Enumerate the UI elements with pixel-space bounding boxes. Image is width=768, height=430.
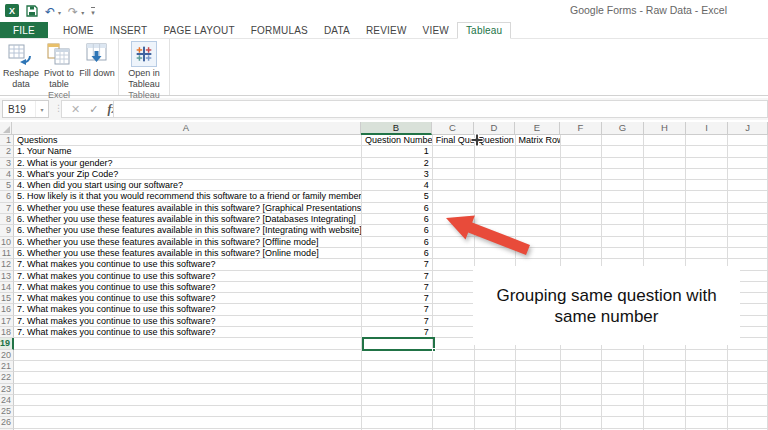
cell-B16[interactable]: 7 bbox=[362, 304, 433, 315]
cell-C17[interactable] bbox=[433, 316, 475, 327]
cell-E7[interactable] bbox=[516, 203, 561, 214]
cell-J9[interactable] bbox=[728, 225, 768, 236]
cell-I21[interactable] bbox=[686, 361, 728, 372]
customize-qat-icon[interactable]: ▾ bbox=[91, 7, 95, 17]
cell-B1[interactable]: Question Number bbox=[362, 135, 433, 146]
cell-C22[interactable] bbox=[433, 372, 475, 383]
formula-input[interactable] bbox=[113, 100, 768, 118]
cell-D7[interactable] bbox=[475, 203, 516, 214]
cell-H25[interactable] bbox=[644, 406, 686, 417]
cell-E2[interactable] bbox=[516, 146, 561, 157]
row-header-21[interactable]: 21 bbox=[0, 361, 14, 372]
cell-F23[interactable] bbox=[561, 384, 603, 395]
cell-D25[interactable] bbox=[475, 406, 516, 417]
cell-B11[interactable]: 6 bbox=[362, 248, 433, 259]
cell-C10[interactable] bbox=[433, 237, 475, 248]
cell-F9[interactable] bbox=[561, 225, 603, 236]
fill-down-button[interactable]: Fill down bbox=[78, 40, 116, 79]
cell-I5[interactable] bbox=[686, 180, 728, 191]
row-header-15[interactable]: 15 bbox=[0, 293, 14, 304]
cell-C15[interactable] bbox=[433, 293, 475, 304]
cell-A17[interactable]: 7. What makes you continue to use this s… bbox=[14, 316, 362, 327]
cell-I23[interactable] bbox=[686, 384, 728, 395]
cell-A13[interactable]: 7. What makes you continue to use this s… bbox=[14, 271, 362, 282]
row-header-7[interactable]: 7 bbox=[0, 203, 14, 214]
cell-C24[interactable] bbox=[433, 395, 475, 406]
column-header-B[interactable]: B bbox=[361, 122, 432, 135]
select-all-corner[interactable] bbox=[0, 122, 12, 135]
cell-H8[interactable] bbox=[644, 214, 686, 225]
row-header-4[interactable]: 4 bbox=[0, 169, 14, 180]
tab-file[interactable]: FILE bbox=[0, 22, 48, 38]
cell-A8[interactable]: 6. Whether you use these features availa… bbox=[14, 214, 362, 225]
cell-F24[interactable] bbox=[561, 395, 603, 406]
cell-H10[interactable] bbox=[644, 237, 686, 248]
cell-B14[interactable]: 7 bbox=[362, 282, 433, 293]
cell-E1[interactable]: Matrix Row bbox=[516, 135, 561, 146]
cell-F25[interactable] bbox=[561, 406, 603, 417]
row-header-17[interactable]: 17 bbox=[0, 316, 14, 327]
column-header-E[interactable]: E bbox=[515, 122, 560, 135]
cell-H6[interactable] bbox=[644, 191, 686, 202]
cell-I8[interactable] bbox=[686, 214, 728, 225]
row-header-3[interactable]: 3 bbox=[0, 158, 14, 169]
cell-F11[interactable] bbox=[561, 248, 603, 259]
cell-E10[interactable] bbox=[516, 237, 561, 248]
cell-J26[interactable] bbox=[728, 417, 768, 428]
cell-B4[interactable]: 3 bbox=[362, 169, 433, 180]
cell-H3[interactable] bbox=[644, 158, 686, 169]
cell-C26[interactable] bbox=[433, 417, 475, 428]
tab-insert[interactable]: INSERT bbox=[102, 22, 156, 38]
cell-G9[interactable] bbox=[602, 225, 644, 236]
cell-F5[interactable] bbox=[561, 180, 603, 191]
undo-icon[interactable]: ↶ bbox=[45, 6, 55, 18]
cell-H9[interactable] bbox=[644, 225, 686, 236]
cell-G4[interactable] bbox=[602, 169, 644, 180]
cell-C13[interactable] bbox=[433, 271, 475, 282]
cell-B15[interactable]: 7 bbox=[362, 293, 433, 304]
cell-D3[interactable] bbox=[475, 158, 516, 169]
cell-C3[interactable] bbox=[433, 158, 475, 169]
cell-J2[interactable] bbox=[728, 146, 768, 157]
cell-J22[interactable] bbox=[728, 372, 768, 383]
name-box[interactable]: B19 ▾ bbox=[2, 100, 49, 118]
cell-C18[interactable] bbox=[433, 327, 475, 338]
cell-C2[interactable] bbox=[433, 146, 475, 157]
cell-C4[interactable] bbox=[433, 169, 475, 180]
cell-B26[interactable] bbox=[362, 417, 433, 428]
tab-formulas[interactable]: FORMULAS bbox=[243, 22, 316, 38]
row-header-2[interactable]: 2 bbox=[0, 146, 14, 157]
cell-J6[interactable] bbox=[728, 191, 768, 202]
name-box-dropdown-icon[interactable]: ▾ bbox=[35, 101, 48, 117]
cell-I9[interactable] bbox=[686, 225, 728, 236]
cell-E8[interactable] bbox=[516, 214, 561, 225]
cell-G20[interactable] bbox=[602, 350, 644, 361]
cell-J3[interactable] bbox=[728, 158, 768, 169]
cell-E25[interactable] bbox=[516, 406, 561, 417]
row-header-14[interactable]: 14 bbox=[0, 282, 14, 293]
cancel-icon[interactable]: ✕ bbox=[71, 103, 80, 116]
row-header-25[interactable]: 25 bbox=[0, 406, 14, 417]
redo-icon[interactable]: ↷ bbox=[68, 6, 78, 18]
undo-dropdown-icon[interactable]: ▾ bbox=[58, 9, 61, 16]
cell-I4[interactable] bbox=[686, 169, 728, 180]
cell-G2[interactable] bbox=[602, 146, 644, 157]
cell-I20[interactable] bbox=[686, 350, 728, 361]
cell-F26[interactable] bbox=[561, 417, 603, 428]
cell-H11[interactable] bbox=[644, 248, 686, 259]
cell-A9[interactable]: 6. Whether you use these features availa… bbox=[14, 225, 362, 236]
cell-J21[interactable] bbox=[728, 361, 768, 372]
enter-icon[interactable]: ✓ bbox=[89, 103, 98, 116]
tab-tableau[interactable]: Tableau bbox=[457, 22, 511, 39]
cell-I26[interactable] bbox=[686, 417, 728, 428]
cell-H22[interactable] bbox=[644, 372, 686, 383]
cell-F2[interactable] bbox=[561, 146, 603, 157]
cell-G22[interactable] bbox=[602, 372, 644, 383]
cell-C19[interactable] bbox=[433, 338, 475, 349]
tab-review[interactable]: REVIEW bbox=[358, 22, 415, 38]
pivot-to-table-button[interactable]: Pivot to table bbox=[40, 40, 78, 89]
cell-B10[interactable]: 6 bbox=[362, 237, 433, 248]
cell-A1[interactable]: Questions bbox=[14, 135, 362, 146]
cell-B5[interactable]: 4 bbox=[362, 180, 433, 191]
cell-H4[interactable] bbox=[644, 169, 686, 180]
